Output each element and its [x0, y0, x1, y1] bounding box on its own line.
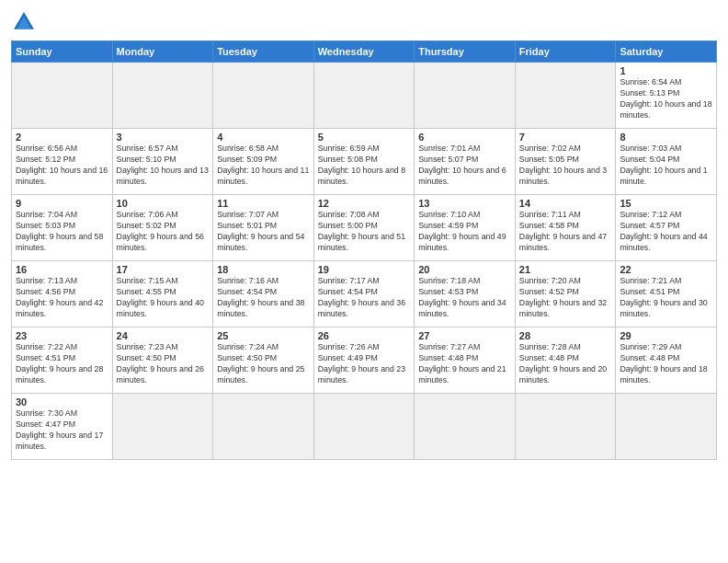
- day-number: 16: [16, 264, 108, 275]
- day-number: 14: [519, 198, 612, 209]
- header: [11, 9, 717, 35]
- day-info: Sunrise: 7:21 AMSunset: 4:51 PMDaylight:…: [620, 276, 712, 320]
- calendar-day-cell: [515, 63, 616, 129]
- calendar-day-cell: 18Sunrise: 7:16 AMSunset: 4:54 PMDayligh…: [213, 261, 314, 327]
- day-number: 6: [418, 132, 511, 143]
- day-info: Sunrise: 7:10 AMSunset: 4:59 PMDaylight:…: [418, 210, 511, 254]
- calendar-day-cell: 8Sunrise: 7:03 AMSunset: 5:04 PMDaylight…: [616, 129, 717, 195]
- calendar-day-cell: 17Sunrise: 7:15 AMSunset: 4:55 PMDayligh…: [112, 261, 213, 327]
- weekday-header-row: SundayMondayTuesdayWednesdayThursdayFrid…: [12, 41, 717, 63]
- calendar-day-cell: 15Sunrise: 7:12 AMSunset: 4:57 PMDayligh…: [616, 195, 717, 261]
- day-number: 25: [217, 330, 310, 341]
- calendar-day-cell: 5Sunrise: 6:59 AMSunset: 5:08 PMDaylight…: [313, 129, 415, 195]
- calendar-table: SundayMondayTuesdayWednesdayThursdayFrid…: [11, 40, 717, 460]
- day-number: 17: [117, 264, 210, 275]
- logo-icon: [11, 9, 37, 35]
- day-info: Sunrise: 7:08 AMSunset: 5:00 PMDaylight:…: [318, 210, 411, 254]
- day-number: 29: [620, 330, 712, 341]
- calendar-day-cell: 12Sunrise: 7:08 AMSunset: 5:00 PMDayligh…: [313, 195, 415, 261]
- day-number: 28: [519, 330, 612, 341]
- day-number: 24: [117, 330, 210, 341]
- weekday-header-tuesday: Tuesday: [213, 41, 314, 63]
- day-number: 3: [117, 132, 210, 143]
- logo: [11, 9, 40, 35]
- day-number: 21: [519, 264, 612, 275]
- calendar-week-row: 23Sunrise: 7:22 AMSunset: 4:51 PMDayligh…: [12, 327, 717, 394]
- day-number: 4: [217, 132, 310, 143]
- calendar-day-cell: [313, 394, 415, 460]
- day-number: 20: [418, 264, 511, 275]
- day-info: Sunrise: 6:59 AMSunset: 5:08 PMDaylight:…: [318, 144, 411, 188]
- calendar-day-cell: [313, 63, 415, 129]
- day-number: 12: [318, 198, 411, 209]
- calendar-day-cell: 2Sunrise: 6:56 AMSunset: 5:12 PMDaylight…: [12, 129, 113, 195]
- day-number: 1: [620, 65, 712, 76]
- calendar-day-cell: 29Sunrise: 7:29 AMSunset: 4:48 PMDayligh…: [616, 327, 717, 394]
- day-info: Sunrise: 7:30 AMSunset: 4:47 PMDaylight:…: [16, 408, 108, 453]
- day-number: 22: [620, 264, 712, 275]
- calendar-day-cell: 30Sunrise: 7:30 AMSunset: 4:47 PMDayligh…: [12, 394, 113, 460]
- calendar-day-cell: 6Sunrise: 7:01 AMSunset: 5:07 PMDaylight…: [415, 129, 516, 195]
- calendar-day-cell: 10Sunrise: 7:06 AMSunset: 5:02 PMDayligh…: [112, 195, 213, 261]
- calendar-day-cell: [12, 63, 113, 129]
- calendar-day-cell: 23Sunrise: 7:22 AMSunset: 4:51 PMDayligh…: [12, 327, 113, 394]
- calendar-container: SundayMondayTuesdayWednesdayThursdayFrid…: [0, 0, 728, 563]
- day-info: Sunrise: 6:56 AMSunset: 5:12 PMDaylight:…: [16, 144, 108, 188]
- calendar-week-row: 2Sunrise: 6:56 AMSunset: 5:12 PMDaylight…: [12, 129, 717, 195]
- calendar-day-cell: 3Sunrise: 6:57 AMSunset: 5:10 PMDaylight…: [112, 129, 213, 195]
- day-info: Sunrise: 7:02 AMSunset: 5:05 PMDaylight:…: [519, 144, 612, 188]
- calendar-day-cell: 14Sunrise: 7:11 AMSunset: 4:58 PMDayligh…: [515, 195, 616, 261]
- day-info: Sunrise: 6:54 AMSunset: 5:13 PMDaylight:…: [620, 77, 712, 121]
- day-number: 11: [217, 198, 310, 209]
- calendar-week-row: 16Sunrise: 7:13 AMSunset: 4:56 PMDayligh…: [12, 261, 717, 327]
- day-info: Sunrise: 7:11 AMSunset: 4:58 PMDaylight:…: [519, 210, 612, 254]
- calendar-day-cell: 25Sunrise: 7:24 AMSunset: 4:50 PMDayligh…: [213, 327, 314, 394]
- day-info: Sunrise: 7:27 AMSunset: 4:48 PMDaylight:…: [418, 342, 511, 386]
- calendar-day-cell: 21Sunrise: 7:20 AMSunset: 4:52 PMDayligh…: [515, 261, 616, 327]
- day-info: Sunrise: 7:13 AMSunset: 4:56 PMDaylight:…: [16, 276, 108, 320]
- weekday-header-wednesday: Wednesday: [313, 41, 415, 63]
- calendar-day-cell: [112, 63, 213, 129]
- day-info: Sunrise: 7:18 AMSunset: 4:53 PMDaylight:…: [418, 276, 511, 320]
- calendar-day-cell: 28Sunrise: 7:28 AMSunset: 4:48 PMDayligh…: [515, 327, 616, 394]
- day-number: 10: [117, 198, 210, 209]
- calendar-week-row: 30Sunrise: 7:30 AMSunset: 4:47 PMDayligh…: [12, 394, 717, 460]
- weekday-header-friday: Friday: [515, 41, 616, 63]
- calendar-day-cell: [112, 394, 213, 460]
- calendar-day-cell: 26Sunrise: 7:26 AMSunset: 4:49 PMDayligh…: [313, 327, 415, 394]
- day-number: 15: [620, 198, 712, 209]
- calendar-day-cell: [515, 394, 616, 460]
- calendar-day-cell: 1Sunrise: 6:54 AMSunset: 5:13 PMDaylight…: [616, 63, 717, 129]
- weekday-header-thursday: Thursday: [415, 41, 516, 63]
- day-info: Sunrise: 7:24 AMSunset: 4:50 PMDaylight:…: [217, 342, 310, 386]
- calendar-day-cell: [616, 394, 717, 460]
- day-info: Sunrise: 6:57 AMSunset: 5:10 PMDaylight:…: [117, 144, 210, 188]
- calendar-day-cell: [415, 63, 516, 129]
- day-info: Sunrise: 7:07 AMSunset: 5:01 PMDaylight:…: [217, 210, 310, 254]
- day-number: 5: [318, 132, 411, 143]
- weekday-header-sunday: Sunday: [12, 41, 113, 63]
- calendar-day-cell: 4Sunrise: 6:58 AMSunset: 5:09 PMDaylight…: [213, 129, 314, 195]
- day-number: 27: [418, 330, 511, 341]
- day-info: Sunrise: 7:16 AMSunset: 4:54 PMDaylight:…: [217, 276, 310, 320]
- day-info: Sunrise: 7:17 AMSunset: 4:54 PMDaylight:…: [318, 276, 411, 320]
- calendar-day-cell: [213, 63, 314, 129]
- day-info: Sunrise: 7:12 AMSunset: 4:57 PMDaylight:…: [620, 210, 712, 254]
- calendar-day-cell: 9Sunrise: 7:04 AMSunset: 5:03 PMDaylight…: [12, 195, 113, 261]
- day-info: Sunrise: 7:28 AMSunset: 4:48 PMDaylight:…: [519, 342, 612, 386]
- day-number: 13: [418, 198, 511, 209]
- day-info: Sunrise: 7:01 AMSunset: 5:07 PMDaylight:…: [418, 144, 511, 188]
- day-number: 9: [16, 198, 108, 209]
- calendar-day-cell: 20Sunrise: 7:18 AMSunset: 4:53 PMDayligh…: [415, 261, 516, 327]
- calendar-day-cell: 22Sunrise: 7:21 AMSunset: 4:51 PMDayligh…: [616, 261, 717, 327]
- calendar-week-row: 9Sunrise: 7:04 AMSunset: 5:03 PMDaylight…: [12, 195, 717, 261]
- calendar-day-cell: 16Sunrise: 7:13 AMSunset: 4:56 PMDayligh…: [12, 261, 113, 327]
- calendar-day-cell: 19Sunrise: 7:17 AMSunset: 4:54 PMDayligh…: [313, 261, 415, 327]
- calendar-day-cell: 13Sunrise: 7:10 AMSunset: 4:59 PMDayligh…: [415, 195, 516, 261]
- day-number: 30: [16, 396, 108, 408]
- calendar-day-cell: [213, 394, 314, 460]
- day-number: 2: [16, 132, 108, 143]
- weekday-header-saturday: Saturday: [616, 41, 717, 63]
- day-info: Sunrise: 7:06 AMSunset: 5:02 PMDaylight:…: [117, 210, 210, 254]
- day-info: Sunrise: 7:04 AMSunset: 5:03 PMDaylight:…: [16, 210, 108, 254]
